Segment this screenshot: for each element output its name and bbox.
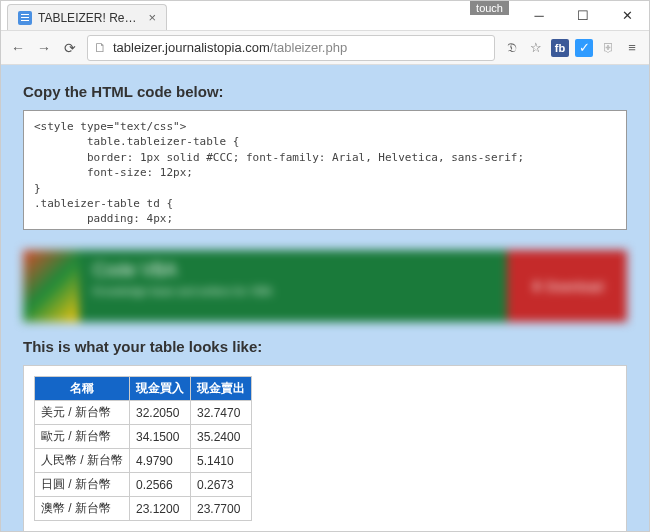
back-button[interactable]: ← [9,39,27,57]
table-cell: 日圓 / 新台幣 [35,473,130,497]
ad-logo [23,250,79,322]
table-cell: 23.1200 [130,497,191,521]
table-cell: 35.2400 [191,425,252,449]
shield-icon[interactable]: ⛨ [599,39,617,57]
forward-button[interactable]: → [35,39,53,57]
tab-title: TABLEIZER! Results -- Sp [38,11,142,25]
readability-icon[interactable]: 𝔇 [503,39,521,57]
browser-window: TABLEIZER! Results -- Sp × touch ─ ☐ ✕ ←… [0,0,650,532]
table-cell: 34.1500 [130,425,191,449]
table-cell: 美元 / 新台幣 [35,401,130,425]
html-code-textarea[interactable] [23,110,627,230]
table-cell: 澳幣 / 新台幣 [35,497,130,521]
table-cell: 0.2673 [191,473,252,497]
minimize-button[interactable]: ─ [517,1,561,29]
col-name: 名稱 [35,377,130,401]
reload-button[interactable]: ⟳ [61,39,79,57]
url-path: /tableizer.php [270,40,347,55]
page-content: Copy the HTML code below: Code VBA Knowl… [1,65,649,531]
preview-heading: This is what your table looks like: [23,338,627,355]
window-titlebar: TABLEIZER! Results -- Sp × touch ─ ☐ ✕ [1,1,649,31]
page-scroll-area[interactable]: Copy the HTML code below: Code VBA Knowl… [1,65,649,531]
ad-subtitle: Knowledge base and writers for VBA [93,285,493,297]
table-preview-box: 名稱 現金買入 現金賣出 美元 / 新台幣32.205032.7470歐元 / … [23,365,627,531]
url-domain: tableizer.journalistopia.com [113,40,270,55]
facebook-icon[interactable]: fb [551,39,569,57]
ad-banner[interactable]: Code VBA Knowledge base and writers for … [23,250,627,322]
maximize-button[interactable]: ☐ [561,1,605,29]
toolbar-right-icons: 𝔇 ☆ fb ✓ ⛨ ≡ [503,39,641,57]
table-row: 美元 / 新台幣32.205032.7470 [35,401,252,425]
browser-tab[interactable]: TABLEIZER! Results -- Sp × [7,4,167,30]
table-cell: 32.2050 [130,401,191,425]
table-row: 歐元 / 新台幣34.150035.2400 [35,425,252,449]
window-buttons: ─ ☐ ✕ [517,1,649,29]
preview-table: 名稱 現金買入 現金賣出 美元 / 新台幣32.205032.7470歐元 / … [34,376,252,521]
table-row: 澳幣 / 新台幣23.120023.7700 [35,497,252,521]
table-cell: 5.1410 [191,449,252,473]
table-cell: 23.7700 [191,497,252,521]
col-buy: 現金買入 [130,377,191,401]
ad-body: Code VBA Knowledge base and writers for … [79,250,507,322]
url-bar[interactable]: 🗋 tableizer.journalistopia.com/tableizer… [87,35,495,61]
table-body: 美元 / 新台幣32.205032.7470歐元 / 新台幣34.150035.… [35,401,252,521]
table-cell: 人民幣 / 新台幣 [35,449,130,473]
page-icon: 🗋 [94,40,107,55]
table-cell: 0.2566 [130,473,191,497]
extension-icon[interactable]: ✓ [575,39,593,57]
close-icon[interactable]: × [148,10,156,25]
star-icon[interactable]: ☆ [527,39,545,57]
browser-toolbar: ← → ⟳ 🗋 tableizer.journalistopia.com/tab… [1,31,649,65]
touch-badge: touch [470,1,509,15]
close-button[interactable]: ✕ [605,1,649,29]
table-header-row: 名稱 現金買入 現金賣出 [35,377,252,401]
table-icon [18,11,32,25]
menu-icon[interactable]: ≡ [623,39,641,57]
ad-title: Code VBA [93,260,493,281]
col-sell: 現金賣出 [191,377,252,401]
table-cell: 32.7470 [191,401,252,425]
table-row: 人民幣 / 新台幣4.97905.1410 [35,449,252,473]
table-cell: 4.9790 [130,449,191,473]
table-cell: 歐元 / 新台幣 [35,425,130,449]
table-row: 日圓 / 新台幣0.25660.2673 [35,473,252,497]
ad-download-button[interactable]: ⬇ Download [507,250,627,322]
code-heading: Copy the HTML code below: [23,83,627,100]
